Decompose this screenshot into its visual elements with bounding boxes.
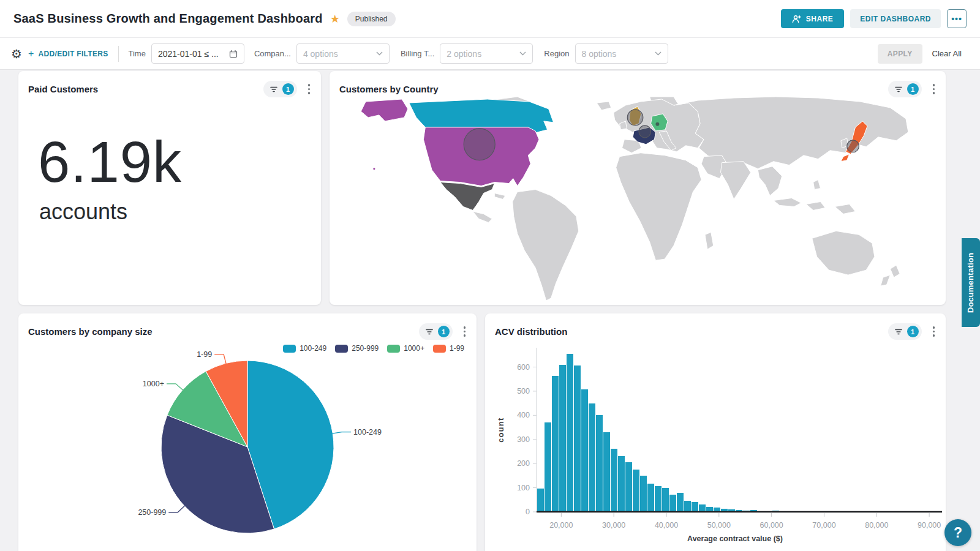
y-tick-label: 400 xyxy=(517,411,530,419)
y-tick-label: 600 xyxy=(517,363,530,372)
card-title: Customers by Country xyxy=(339,84,439,94)
time-filter-input[interactable]: 2021-01-01 ≤ ... xyxy=(151,43,244,64)
country-japan-south[interactable] xyxy=(841,154,850,162)
share-button[interactable]: SHARE xyxy=(781,9,845,28)
bubble-united-states[interactable] xyxy=(464,129,495,160)
histogram-bar[interactable] xyxy=(633,470,639,512)
chevron-down-icon xyxy=(655,51,662,56)
widget-filter-chip[interactable]: 1 xyxy=(888,81,922,97)
country-cuba xyxy=(494,193,505,200)
card-paid-customers: Paid Customers 1 6.19k accounts xyxy=(18,71,321,305)
histogram-bar[interactable] xyxy=(684,501,691,512)
filter-count-badge: 1 xyxy=(907,83,919,95)
card-title: Paid Customers xyxy=(28,84,98,94)
company-filter-value: 4 options xyxy=(303,49,338,59)
dashboard-header: SaaS Business Growth and Engagement Dash… xyxy=(0,0,980,38)
histogram-bar[interactable] xyxy=(625,462,632,512)
histogram-bar[interactable] xyxy=(589,403,595,512)
region-africa xyxy=(616,153,701,260)
filter-funnel-icon xyxy=(270,86,278,93)
company-filter-select[interactable]: 4 options xyxy=(296,43,390,64)
billing-filter-value: 2 options xyxy=(447,49,481,59)
widget-menu-kebab-icon[interactable] xyxy=(930,325,938,338)
plus-icon: + xyxy=(28,48,34,59)
histogram-bar[interactable] xyxy=(603,432,610,512)
country-alaska-us[interactable] xyxy=(361,99,408,121)
favorite-star-icon[interactable]: ★ xyxy=(330,13,340,24)
region-filter-label: Region xyxy=(544,49,569,58)
y-tick-label: 100 xyxy=(517,484,530,492)
more-options-button[interactable]: ••• xyxy=(947,9,967,28)
histogram-bar[interactable] xyxy=(669,495,676,512)
kpi-unit: accounts xyxy=(39,199,321,225)
calendar-icon xyxy=(229,50,238,58)
chevron-down-icon xyxy=(376,51,383,56)
histogram-bar[interactable] xyxy=(677,493,684,512)
widget-menu-kebab-icon[interactable] xyxy=(461,325,469,338)
widget-menu-kebab-icon[interactable] xyxy=(306,83,313,96)
country-new-zealand xyxy=(890,265,900,277)
pie-callout-line xyxy=(168,506,185,512)
histogram-bar[interactable] xyxy=(574,365,581,512)
widget-filter-chip[interactable]: 1 xyxy=(263,81,297,97)
time-filter-label: Time xyxy=(129,49,146,58)
bubble-united-kingdom[interactable] xyxy=(627,110,643,126)
country-mexico[interactable] xyxy=(440,182,494,211)
widget-menu-kebab-icon[interactable] xyxy=(930,83,938,96)
pie-chart[interactable]: 100-249250-9991000+1-99 xyxy=(18,342,477,551)
add-edit-filters-button[interactable]: + ADD/EDIT FILTERS xyxy=(28,48,108,59)
region-filter-value: 8 options xyxy=(582,49,617,59)
pie-callout-label: 100-249 xyxy=(353,428,382,437)
x-tick-label: 50,000 xyxy=(707,521,731,530)
filter-funnel-icon xyxy=(894,328,903,335)
bubble-france[interactable] xyxy=(639,126,651,138)
pie-callout-line xyxy=(332,432,351,434)
histogram-chart[interactable]: 010020030040050060020,00030,00040,00050,… xyxy=(489,338,942,551)
filter-bar: ⚙ + ADD/EDIT FILTERS Time 2021-01-01 ≤ .… xyxy=(0,38,980,70)
histogram-bar[interactable] xyxy=(647,484,654,512)
region-indonesia-east xyxy=(806,201,825,210)
histogram-bar[interactable] xyxy=(537,489,544,512)
widget-filter-chip[interactable]: 1 xyxy=(419,323,453,340)
region-southeast-asia xyxy=(758,167,782,196)
x-tick-label: 90,000 xyxy=(918,521,941,530)
histogram-bar[interactable] xyxy=(581,389,588,512)
filter-settings-gear-icon[interactable]: ⚙ xyxy=(11,47,22,61)
histogram-bar[interactable] xyxy=(662,488,669,512)
bubble-japan[interactable] xyxy=(847,140,859,152)
histogram-bar[interactable] xyxy=(552,376,559,512)
card-title: Customers by company size xyxy=(28,326,153,337)
histogram-bar[interactable] xyxy=(655,486,662,512)
country-iceland xyxy=(597,102,611,110)
card-customers-by-company-size: Customers by company size 1 100-249250-9… xyxy=(18,313,477,551)
world-map-chart[interactable] xyxy=(337,97,938,301)
edit-dashboard-button[interactable]: EDIT DASHBOARD xyxy=(850,9,941,28)
histogram-bar[interactable] xyxy=(545,422,551,512)
y-tick-label: 200 xyxy=(517,459,530,468)
share-person-icon xyxy=(792,15,801,23)
region-indonesia xyxy=(774,198,801,207)
histogram-bar[interactable] xyxy=(699,504,706,512)
filter-count-badge: 1 xyxy=(282,83,294,95)
clear-all-filters-button[interactable]: Clear All xyxy=(932,49,962,58)
region-south-america xyxy=(513,190,579,301)
page-title: SaaS Business Growth and Engagement Dash… xyxy=(13,12,323,26)
histogram-bar[interactable] xyxy=(640,476,647,512)
help-button[interactable]: ? xyxy=(944,519,971,546)
documentation-tab[interactable]: Documentation xyxy=(962,238,980,327)
card-acv-distribution: ACV distribution 1 010020030040050060020… xyxy=(485,313,946,551)
billing-filter-select[interactable]: 2 options xyxy=(440,43,533,64)
histogram-bar[interactable] xyxy=(567,354,573,512)
apply-filters-button[interactable]: APPLY xyxy=(878,44,922,64)
x-tick-label: 80,000 xyxy=(865,521,888,530)
histogram-bar[interactable] xyxy=(618,456,625,512)
histogram-bar[interactable] xyxy=(559,365,566,512)
x-tick-label: 70,000 xyxy=(812,521,835,530)
histogram-bar[interactable] xyxy=(692,502,698,512)
histogram-bar[interactable] xyxy=(611,449,617,512)
region-filter-select[interactable]: 8 options xyxy=(575,43,668,64)
bubble-germany[interactable] xyxy=(655,122,659,126)
histogram-bar[interactable] xyxy=(596,415,603,512)
widget-filter-chip[interactable]: 1 xyxy=(888,323,922,340)
country-new-guinea xyxy=(835,204,855,214)
